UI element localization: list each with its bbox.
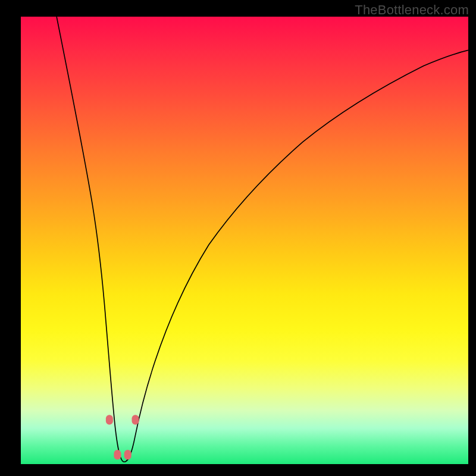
bottleneck-curve xyxy=(57,17,468,462)
marker-point xyxy=(131,415,139,425)
marker-group xyxy=(106,415,139,459)
watermark-text: TheBottleneck.com xyxy=(355,2,469,18)
chart-frame: TheBottleneck.com xyxy=(0,0,476,476)
marker-point xyxy=(124,450,131,460)
curve-layer xyxy=(21,17,468,464)
marker-point xyxy=(114,450,121,460)
marker-point xyxy=(106,415,113,425)
plot-area xyxy=(21,17,468,464)
